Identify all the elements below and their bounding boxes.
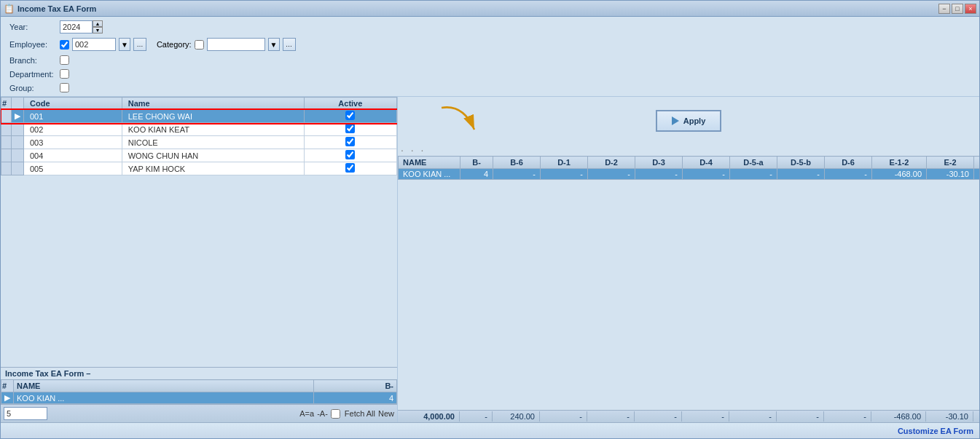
- category-checkbox[interactable]: [195, 40, 204, 50]
- apply-label: Apply: [683, 116, 706, 125]
- sub-row-name: KOO KIAN ...: [14, 392, 314, 404]
- year-value[interactable]: 2024: [60, 20, 93, 33]
- active-checkbox-3[interactable]: [345, 137, 355, 146]
- col-d2-h: D-2: [588, 157, 635, 169]
- col-e12-h: E-1-2: [872, 157, 927, 169]
- table-row[interactable]: KOO KIAN ... 4 - - - - - - - - -468.00 -…: [399, 169, 980, 180]
- data-d1-cell: -: [541, 169, 588, 180]
- category-label: Category:: [157, 40, 192, 49]
- row-asterisk: [1, 162, 12, 175]
- sub-row-b: 4: [313, 392, 396, 404]
- footer-d5b: -: [777, 411, 824, 422]
- table-row[interactable]: 005 YAP KIM HOCK: [1, 162, 397, 175]
- year-up[interactable]: ▲: [93, 20, 103, 27]
- aa-button[interactable]: A=a: [299, 409, 314, 418]
- col-asterisk: #: [1, 98, 12, 110]
- maximize-button[interactable]: □: [952, 4, 963, 14]
- right-panel: Apply · · · NAME B- B-6 D-1 D-2 D-3: [398, 97, 979, 422]
- employee-name-cell: KOO KIAN KEAT: [122, 123, 304, 136]
- data-d6-cell: -: [825, 169, 872, 180]
- data-name-cell: KOO KIAN ...: [399, 169, 460, 180]
- active-checkbox-1[interactable]: [345, 111, 355, 120]
- year-input[interactable]: 2024 ▲ ▼: [60, 20, 103, 33]
- footer-f1: -: [973, 411, 979, 422]
- employee-table: # Code Name Active ▶ 001: [1, 97, 397, 175]
- category-dropdown[interactable]: ▼: [268, 38, 280, 51]
- footer-d3: -: [635, 411, 682, 422]
- category-input[interactable]: [207, 38, 265, 51]
- employee-grid-container[interactable]: # Code Name Active ▶ 001: [1, 97, 397, 367]
- col-name-h: NAME: [399, 157, 460, 169]
- col-name-header: Name: [122, 98, 304, 110]
- sub-grid-table: # NAME B- ▶ KOO KIAN ... 4: [1, 379, 397, 404]
- bottom-toolbar: 5 A=a -A- Fetch All New: [1, 404, 397, 422]
- close-button[interactable]: ×: [965, 4, 976, 14]
- branch-checkbox[interactable]: [60, 55, 69, 65]
- active-checkbox-4[interactable]: [345, 150, 355, 159]
- col-d3-h: D-3: [635, 157, 683, 169]
- main-content: # Code Name Active ▶ 001: [1, 97, 979, 422]
- row-arrow: [12, 149, 24, 162]
- category-browse[interactable]: …: [283, 38, 296, 51]
- window-title: Income Tax EA Form: [17, 4, 938, 13]
- row-arrow: [12, 123, 24, 136]
- table-row[interactable]: ▶ KOO KIAN ... 4: [1, 392, 397, 404]
- employee-dropdown[interactable]: ▼: [119, 38, 130, 51]
- employee-code-cell: 002: [24, 123, 122, 136]
- footer-d1: -: [540, 411, 587, 422]
- col-e2-h: E-2: [927, 157, 974, 169]
- employee-name-cell: YAP KIM HOCK: [122, 162, 304, 175]
- main-window: 📋 Income Tax EA Form − □ × Year: 2024 ▲ …: [0, 0, 980, 439]
- employee-code-cell: 003: [24, 136, 122, 149]
- customize-link[interactable]: Customize EA Form: [898, 427, 973, 435]
- data-b-cell: 4: [460, 169, 493, 180]
- data-d3-cell: -: [635, 169, 683, 180]
- row-arrow: [12, 162, 24, 175]
- footer-b6: 240.00: [493, 411, 540, 422]
- year-down[interactable]: ▼: [93, 27, 103, 33]
- table-row[interactable]: ▶ 001 LEE CHONG WAI: [1, 110, 397, 123]
- play-icon: [672, 116, 679, 125]
- group-checkbox[interactable]: [60, 83, 69, 92]
- row-asterisk: [1, 110, 12, 123]
- title-bar: 📋 Income Tax EA Form − □ ×: [1, 1, 979, 17]
- table-row[interactable]: 004 WONG CHUN HAN: [1, 149, 397, 162]
- apply-section: Apply: [398, 97, 979, 144]
- count-display[interactable]: 5: [4, 407, 47, 420]
- table-row[interactable]: 002 KOO KIAN KEAT: [1, 123, 397, 136]
- employee-active-cell: [304, 149, 396, 162]
- year-spinner[interactable]: ▲ ▼: [93, 20, 103, 33]
- fetch-all-button[interactable]: Fetch All: [345, 409, 375, 418]
- employee-label: Employee:: [9, 40, 57, 49]
- year-label: Year:: [9, 23, 57, 31]
- footer-d5a: -: [729, 411, 777, 422]
- main-data-table: NAME B- B-6 D-1 D-2 D-3 D-4 D-5-a D-5-b …: [398, 156, 979, 180]
- main-data-body: KOO KIAN ... 4 - - - - - - - - -468.00 -…: [399, 169, 980, 180]
- data-e12-cell: -468.00: [872, 169, 927, 180]
- minimize-button[interactable]: −: [938, 4, 950, 14]
- employee-code-cell: 001: [24, 110, 122, 123]
- employee-browse[interactable]: …: [133, 38, 146, 51]
- employee-name-cell: NICOLE: [122, 136, 304, 149]
- employee-checkbox[interactable]: [60, 40, 69, 50]
- apply-button[interactable]: Apply: [656, 110, 722, 132]
- data-d5b-cell: -: [777, 169, 825, 180]
- group-label: Group:: [9, 84, 57, 92]
- active-checkbox-2[interactable]: [345, 124, 355, 133]
- active-checkbox-5[interactable]: [345, 163, 355, 173]
- fetch-checkbox[interactable]: [331, 409, 340, 419]
- col-code-header: Code: [24, 98, 122, 110]
- department-checkbox[interactable]: [60, 69, 69, 79]
- employee-code[interactable]: 002: [72, 38, 116, 51]
- row-asterisk: [1, 149, 12, 162]
- sub-grid-container[interactable]: # NAME B- ▶ KOO KIAN ... 4: [1, 379, 397, 404]
- main-data-grid[interactable]: NAME B- B-6 D-1 D-2 D-3 D-4 D-5-a D-5-b …: [398, 156, 979, 410]
- employee-code-cell: 005: [24, 162, 122, 175]
- window-controls: − □ ×: [938, 4, 976, 14]
- employee-active-cell: [304, 162, 396, 175]
- data-d5a-cell: -: [730, 169, 777, 180]
- col-d5b-h: D-5-b: [777, 157, 825, 169]
- new-button[interactable]: New: [378, 409, 394, 418]
- a-button[interactable]: -A-: [317, 409, 328, 418]
- table-row[interactable]: 003 NICOLE: [1, 136, 397, 149]
